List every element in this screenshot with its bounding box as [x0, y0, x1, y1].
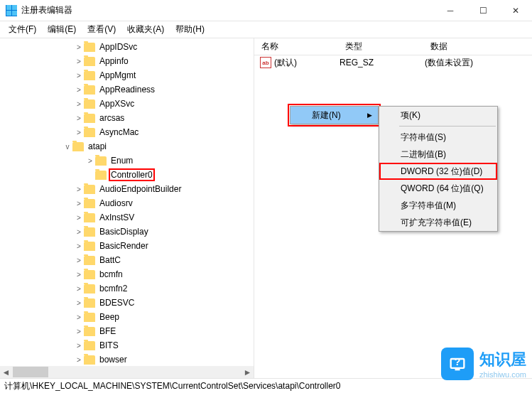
menu-new-key[interactable]: 项(K)	[379, 107, 497, 124]
menu-new-qword[interactable]: QWORD (64 位)值(Q)	[379, 180, 497, 197]
menu-new-multistring[interactable]: 多字符串值(M)	[379, 197, 497, 214]
menu-new-label: 新建(N)	[312, 109, 341, 122]
tree-node[interactable]: >Enum	[3, 154, 254, 168]
tree-node[interactable]: >bowser	[3, 352, 254, 367]
folder-icon	[95, 171, 107, 180]
tree-node[interactable]: >AppIDSvc	[3, 40, 254, 54]
tree-label: BFE	[98, 325, 117, 337]
expander-icon[interactable]: >	[74, 285, 84, 293]
expander-icon[interactable]: >	[74, 271, 84, 279]
menu-file[interactable]: 文件(F)	[4, 22, 40, 37]
close-button[interactable]: ✕	[499, 0, 532, 21]
tree-label: AsyncMac	[98, 126, 140, 138]
tree-node[interactable]: Controller0	[3, 168, 254, 182]
scroll-left-icon[interactable]: ◄	[0, 366, 12, 378]
tree-node[interactable]: >BattC	[3, 253, 254, 267]
tree-node[interactable]: >arcsas	[3, 111, 254, 125]
col-name[interactable]: 名称	[254, 38, 338, 55]
tree-label: AppMgmt	[98, 70, 137, 81]
watermark-sub: zhishiwu.com	[479, 370, 526, 379]
tree-label: Beep	[98, 311, 121, 323]
menu-favorites[interactable]: 收藏夹(A)	[123, 22, 168, 37]
tree-label: BasicDisplay	[98, 226, 150, 237]
tree-label: BasicRender	[98, 240, 150, 252]
tree-node[interactable]: >AppMgmt	[3, 68, 254, 82]
string-value-icon: ab	[260, 57, 271, 68]
tree-label: AudioEndpointBuilder	[98, 183, 183, 195]
expander-icon[interactable]: >	[74, 100, 84, 108]
horizontal-scrollbar[interactable]: ◄ ►	[0, 366, 254, 378]
col-type[interactable]: 类型	[338, 38, 423, 55]
minimize-button[interactable]: ─	[434, 0, 467, 21]
expander-icon[interactable]: >	[85, 157, 95, 165]
tree-node[interactable]: >AudioEndpointBuilder	[3, 182, 254, 196]
expander-icon[interactable]: >	[74, 242, 84, 250]
expander-icon[interactable]: >	[74, 228, 84, 236]
expander-icon[interactable]: >	[74, 342, 84, 350]
folder-icon	[84, 85, 95, 95]
scroll-right-icon[interactable]: ►	[241, 366, 254, 378]
menu-view[interactable]: 查看(V)	[83, 22, 120, 37]
svg-rect-1	[455, 369, 460, 370]
expander-icon[interactable]: >	[74, 129, 84, 136]
tree-node[interactable]: >AppXSvc	[3, 97, 254, 111]
tree-node[interactable]: >BDESVC	[3, 296, 254, 310]
folder-icon	[84, 213, 95, 222]
maximize-button[interactable]: ☐	[467, 0, 499, 21]
tree-label: Audiosrv	[98, 198, 134, 209]
expander-icon[interactable]: v	[63, 143, 72, 151]
col-data[interactable]: 数据	[423, 38, 455, 55]
expander-icon[interactable]: >	[74, 185, 84, 193]
tree-node[interactable]: >BasicRender	[3, 239, 254, 253]
expander-icon[interactable]: >	[74, 72, 84, 80]
menu-new[interactable]: 新建(N) ▶	[291, 107, 378, 124]
menu-edit[interactable]: 编辑(E)	[43, 22, 80, 37]
tree-node[interactable]: >bcmfn	[3, 267, 254, 281]
expander-icon[interactable]: >	[74, 214, 84, 222]
tree-label: Controller0	[109, 169, 154, 181]
expander-icon[interactable]: >	[74, 200, 84, 208]
tree-node[interactable]: >Appinfo	[3, 54, 254, 68]
tree-label: bcmfn	[98, 269, 124, 280]
menubar: 文件(F) 编辑(E) 查看(V) 收藏夹(A) 帮助(H)	[0, 21, 532, 38]
expander-icon[interactable]: >	[74, 257, 84, 264]
tree-node[interactable]: >BITS	[3, 338, 254, 352]
menu-help[interactable]: 帮助(H)	[171, 22, 209, 37]
folder-icon	[84, 327, 95, 336]
watermark-icon: ?	[441, 348, 474, 380]
status-path: 计算机\HKEY_LOCAL_MACHINE\SYSTEM\CurrentCon…	[4, 380, 341, 392]
tree-label: bowser	[98, 354, 129, 365]
folder-icon	[84, 43, 95, 52]
expander-icon[interactable]: >	[74, 114, 84, 122]
folder-icon	[84, 99, 95, 109]
folder-icon	[84, 298, 95, 308]
tree-node[interactable]: >bcmfn2	[3, 281, 254, 296]
tree-label: AppReadiness	[98, 84, 156, 95]
menu-new-binary[interactable]: 二进制值(B)	[379, 146, 497, 163]
expander-icon[interactable]: >	[74, 328, 84, 335]
expander-icon[interactable]: >	[74, 86, 84, 94]
expander-icon[interactable]: >	[74, 356, 84, 364]
tree-node[interactable]: >AxInstSV	[3, 210, 254, 225]
tree-node[interactable]: >Beep	[3, 310, 254, 324]
status-bar: 计算机\HKEY_LOCAL_MACHINE\SYSTEM\CurrentCon…	[0, 378, 532, 393]
tree-node[interactable]: >AsyncMac	[3, 125, 254, 139]
expander-icon[interactable]: >	[74, 299, 84, 307]
menu-new-dword[interactable]: DWORD (32 位)值(D)	[379, 163, 497, 180]
tree-node[interactable]: >AppReadiness	[3, 82, 254, 97]
tree-node[interactable]: >Audiosrv	[3, 196, 254, 210]
tree-node[interactable]: >BasicDisplay	[3, 225, 254, 239]
expander-icon[interactable]: >	[74, 43, 84, 51]
folder-icon	[84, 313, 95, 322]
folder-icon	[84, 256, 95, 265]
tree-node[interactable]: >BFE	[3, 324, 254, 338]
scroll-thumb[interactable]	[13, 367, 48, 377]
value-row[interactable]: ab (默认) REG_SZ (数值未设置)	[254, 55, 532, 70]
expander-icon[interactable]: >	[74, 58, 84, 65]
menu-new-expandstring[interactable]: 可扩充字符串值(E)	[379, 214, 497, 231]
tree-node[interactable]: vatapi	[3, 139, 254, 154]
folder-icon	[84, 57, 95, 66]
menu-new-string[interactable]: 字符串值(S)	[379, 129, 497, 146]
menu-separator	[399, 126, 496, 126]
expander-icon[interactable]: >	[74, 313, 84, 321]
